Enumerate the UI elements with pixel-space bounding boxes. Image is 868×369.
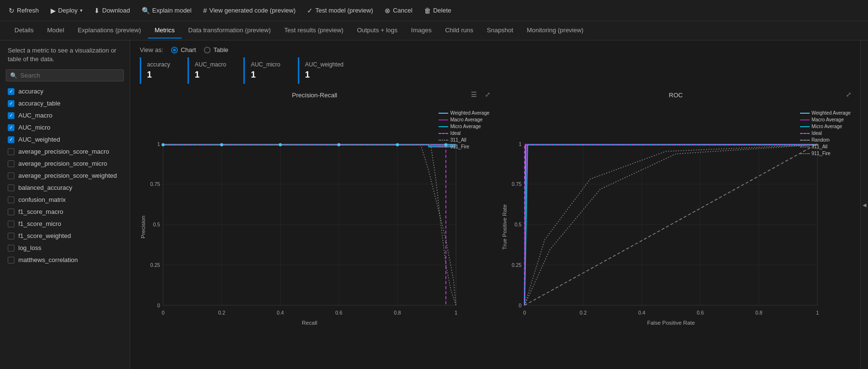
metric-item-AUC_micro[interactable]: AUC_micro — [0, 121, 130, 133]
chart-radio-circle — [171, 47, 178, 53]
view-as-label: View as: — [140, 46, 163, 53]
search-icon: 🔍 — [10, 72, 17, 79]
code-icon: # — [203, 7, 207, 14]
tab-child-runs[interactable]: Child runs — [438, 23, 480, 39]
metric-checkbox-AUC_micro — [8, 124, 14, 131]
metric-checkbox-accuracy — [8, 88, 14, 95]
metric-checkbox-matthews_correlation — [8, 257, 14, 264]
metric-label-AUC_weighted: AUC_weighted — [18, 136, 60, 143]
expand-icon-roc: ⤢ — [846, 91, 852, 98]
table-radio-label: Table — [214, 46, 228, 53]
svg-text:1: 1 — [816, 310, 819, 316]
metric-checkbox-f1_score_micro — [8, 221, 14, 227]
metric-item-average_precision_score_micro[interactable]: average_precision_score_micro — [0, 158, 130, 170]
metric-item-accuracy_table[interactable]: accuracy_table — [0, 97, 130, 109]
tab-snapshot[interactable]: Snapshot — [480, 23, 520, 39]
metric-label-AUC_micro: AUC_micro — [18, 124, 50, 131]
svg-text:0.6: 0.6 — [335, 310, 343, 316]
metric-label-average_precision_score_macro: average_precision_score_macro — [18, 148, 109, 155]
metric-card-name-AUC_macro: AUC_macro — [195, 61, 226, 68]
svg-text:True Positive Rate: True Positive Rate — [501, 204, 507, 250]
svg-text:0.75: 0.75 — [150, 182, 160, 187]
svg-text:0.8: 0.8 — [394, 310, 401, 316]
metric-item-accuracy[interactable]: accuracy — [0, 85, 130, 97]
svg-point-23 — [279, 143, 281, 146]
metric-label-log_loss: log_loss — [18, 244, 41, 251]
metric-label-accuracy: accuracy — [18, 88, 43, 95]
svg-text:0.4: 0.4 — [638, 310, 645, 316]
delete-icon: 🗑 — [424, 7, 431, 14]
metric-label-average_precision_score_weighted: average_precision_score_weighted — [18, 172, 117, 179]
delete-button[interactable]: 🗑 Delete — [419, 4, 456, 17]
download-button[interactable]: ⬇ Download — [89, 4, 135, 17]
chart-menu-button[interactable]: ☰ — [471, 91, 477, 98]
cancel-icon: ⊗ — [385, 7, 390, 14]
svg-text:1: 1 — [519, 142, 521, 147]
tab-model[interactable]: Model — [40, 23, 71, 39]
right-edge-panel: ◀ — [860, 40, 868, 369]
precision-recall-title: Precision-Recall — [138, 90, 492, 99]
explain-model-button[interactable]: 🔍 Explain model — [137, 4, 197, 17]
metric-item-matthews_correlation[interactable]: matthews_correlation — [0, 254, 130, 266]
metric-item-f1_score_micro[interactable]: f1_score_micro — [0, 218, 130, 230]
tab-data-transformation[interactable]: Data transformation (preview) — [182, 23, 278, 39]
metric-card-AUC_weighted: AUC_weighted1 — [298, 57, 353, 84]
metric-card-AUC_micro: AUC_micro1 — [243, 57, 290, 84]
chart-radio[interactable]: Chart — [171, 46, 196, 53]
roc-expand-button[interactable]: ⤢ — [846, 91, 852, 98]
svg-text:0.6: 0.6 — [696, 310, 704, 316]
metric-item-AUC_weighted[interactable]: AUC_weighted — [0, 133, 130, 145]
metric-item-confusion_matrix[interactable]: confusion_matrix — [0, 194, 130, 206]
metric-card-value-accuracy: 1 — [147, 70, 170, 80]
metric-card-accuracy: accuracy1 — [140, 57, 180, 84]
metrics-list: accuracyaccuracy_tableAUC_macroAUC_micro… — [0, 85, 130, 369]
tab-details[interactable]: Details — [8, 23, 40, 39]
charts-area: Precision-Recall ☰ ⤢ — [130, 90, 860, 369]
tab-metrics[interactable]: Metrics — [148, 23, 182, 39]
pr-legend: Weighted Average Macro Average Micro Ave… — [439, 110, 489, 149]
check-icon: ✓ — [307, 7, 313, 14]
right-edge-button[interactable]: ◀ — [863, 202, 867, 208]
metric-label-matthews_correlation: matthews_correlation — [18, 256, 78, 264]
svg-point-24 — [337, 143, 340, 146]
cancel-button[interactable]: ⊗ Cancel — [380, 4, 417, 17]
radio-group: Chart Table — [171, 46, 228, 53]
svg-text:Precision: Precision — [140, 216, 146, 238]
deploy-button[interactable]: ▶ Deploy ▾ — [46, 4, 87, 17]
svg-text:0.4: 0.4 — [277, 310, 284, 316]
chart-expand-button[interactable]: ⤢ — [485, 91, 491, 98]
metric-item-log_loss[interactable]: log_loss — [0, 242, 130, 254]
svg-point-22 — [220, 143, 223, 146]
view-generated-code-button[interactable]: # View generated code (preview) — [198, 4, 300, 17]
metric-item-AUC_macro[interactable]: AUC_macro — [0, 109, 130, 121]
metric-card-value-AUC_micro: 1 — [251, 70, 280, 80]
metric-item-balanced_accuracy[interactable]: balanced_accuracy — [0, 182, 130, 194]
tab-outputs-logs[interactable]: Outputs + logs — [350, 23, 404, 39]
metric-label-f1_score_micro: f1_score_micro — [18, 220, 61, 227]
metric-checkbox-balanced_accuracy — [8, 184, 14, 191]
metric-card-name-AUC_weighted: AUC_weighted — [305, 61, 344, 68]
svg-text:0: 0 — [523, 310, 526, 316]
tab-monitoring[interactable]: Monitoring (preview) — [520, 23, 590, 39]
search-input[interactable] — [20, 72, 120, 79]
tab-test-results[interactable]: Test results (preview) — [278, 23, 350, 39]
search-box[interactable]: 🔍 — [6, 69, 124, 81]
metric-item-f1_score_macro[interactable]: f1_score_macro — [0, 206, 130, 218]
metric-item-average_precision_score_macro[interactable]: average_precision_score_macro — [0, 145, 130, 158]
svg-text:0: 0 — [161, 310, 164, 316]
metric-label-accuracy_table: accuracy_table — [18, 100, 60, 107]
view-controls: View as: Chart Table — [130, 40, 860, 57]
metric-item-average_precision_score_weighted[interactable]: average_precision_score_weighted — [0, 170, 130, 182]
tab-images[interactable]: Images — [404, 23, 439, 39]
metric-item-f1_score_weighted[interactable]: f1_score_weighted — [0, 230, 130, 242]
refresh-icon: ↻ — [9, 7, 14, 14]
metric-checkbox-AUC_macro — [8, 112, 14, 119]
refresh-button[interactable]: ↻ Refresh — [4, 4, 44, 17]
svg-text:0.2: 0.2 — [579, 310, 587, 316]
svg-text:0.25: 0.25 — [150, 263, 160, 268]
test-model-button[interactable]: ✓ Test model (preview) — [302, 4, 378, 17]
table-radio[interactable]: Table — [204, 46, 228, 53]
tab-explanations[interactable]: Explanations (preview) — [71, 23, 148, 39]
metric-label-balanced_accuracy: balanced_accuracy — [18, 184, 72, 191]
chart-radio-label: Chart — [181, 46, 196, 53]
